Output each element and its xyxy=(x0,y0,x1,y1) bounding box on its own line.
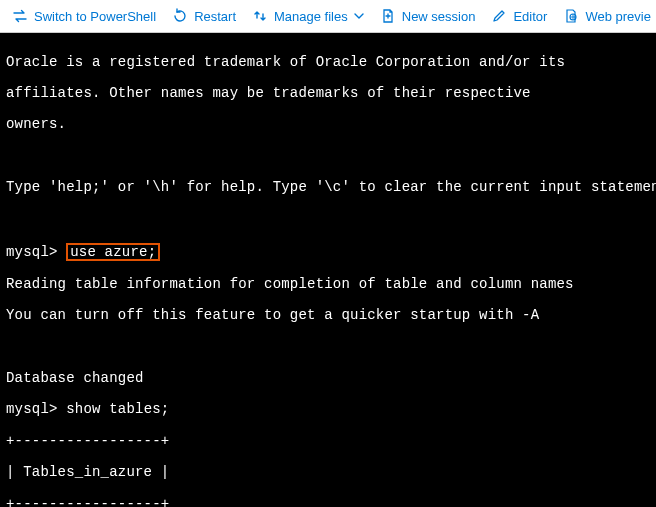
toolbar: Switch to PowerShell Restart Manage file… xyxy=(0,0,656,33)
restart-icon xyxy=(172,8,188,24)
web-preview-button[interactable]: Web previe xyxy=(557,4,656,28)
web-preview-label: Web previe xyxy=(585,9,651,24)
new-session-button[interactable]: New session xyxy=(374,4,482,28)
trademark-line-3: owners. xyxy=(6,117,650,133)
switch-powershell-button[interactable]: Switch to PowerShell xyxy=(6,4,162,28)
new-session-label: New session xyxy=(402,9,476,24)
chevron-down-icon xyxy=(354,11,364,21)
manage-files-label: Manage files xyxy=(274,9,348,24)
terminal-output[interactable]: Oracle is a registered trademark of Orac… xyxy=(0,33,656,507)
reading-line-1: Reading table information for completion… xyxy=(6,277,650,293)
upload-download-icon xyxy=(252,8,268,24)
manage-files-button[interactable]: Manage files xyxy=(246,4,370,28)
table1-sep: +-----------------+ xyxy=(6,434,650,450)
reading-line-2: You can turn off this feature to get a q… xyxy=(6,308,650,324)
trademark-line-2: affiliates. Other names may be trademark… xyxy=(6,86,650,102)
table1-header: | Tables_in_azure | xyxy=(6,465,650,481)
help-line: Type 'help;' or '\h' for help. Type '\c'… xyxy=(6,180,650,196)
trademark-line-1: Oracle is a registered trademark of Orac… xyxy=(6,55,650,71)
new-file-icon xyxy=(380,8,396,24)
pencil-icon xyxy=(491,8,507,24)
restart-label: Restart xyxy=(194,9,236,24)
restart-button[interactable]: Restart xyxy=(166,4,242,28)
swap-icon xyxy=(12,8,28,24)
prompt-line-show-tables: mysql> show tables; xyxy=(6,402,650,418)
editor-button[interactable]: Editor xyxy=(485,4,553,28)
prompt-line-use: mysql> use azure; xyxy=(6,243,650,262)
globe-icon xyxy=(563,8,579,24)
switch-powershell-label: Switch to PowerShell xyxy=(34,9,156,24)
highlight-use-azure: use azure; xyxy=(66,243,160,262)
editor-label: Editor xyxy=(513,9,547,24)
database-changed-line: Database changed xyxy=(6,371,650,387)
table1-sep: +-----------------+ xyxy=(6,497,650,508)
